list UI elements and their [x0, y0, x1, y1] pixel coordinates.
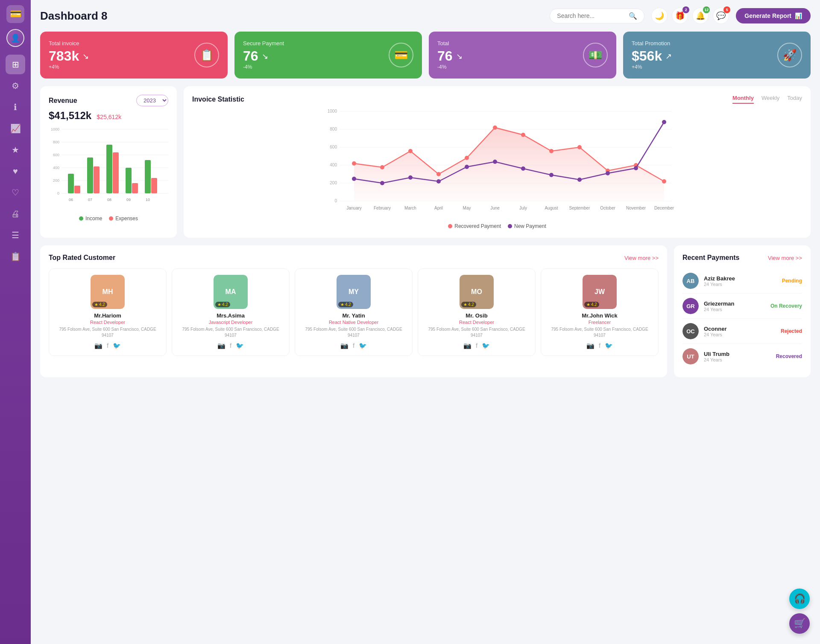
customer-rating-1: ★ 4.2 [215, 302, 230, 307]
moon-icon: 🌙 [655, 11, 664, 20]
svg-text:200: 200 [53, 178, 59, 183]
instagram-icon-0[interactable]: 📷 [94, 342, 102, 350]
svg-point-41 [380, 165, 384, 169]
instagram-icon-2[interactable]: 📷 [340, 342, 348, 350]
sidebar-avatar[interactable]: 👤 [6, 29, 24, 47]
instagram-icon-1[interactable]: 📷 [217, 342, 226, 350]
search-bar[interactable]: 🔍 [550, 9, 644, 23]
sidebar-item-settings[interactable]: ⚙ [6, 76, 25, 96]
sidebar-item-list[interactable]: ☰ [6, 225, 25, 245]
chat-button[interactable]: 💬 5 [713, 8, 729, 24]
sidebar-item-info[interactable]: ℹ [6, 97, 25, 117]
stat-label-total-promotion: Total Promotion [632, 40, 672, 47]
notification-button[interactable]: 🔔 12 [692, 8, 709, 24]
sidebar-item-heart2[interactable]: ♡ [6, 183, 25, 202]
svg-point-46 [521, 133, 525, 137]
svg-text:1000: 1000 [328, 109, 337, 114]
search-icon: 🔍 [629, 12, 637, 20]
facebook-icon-1[interactable]: f [230, 342, 231, 350]
invoice-legend: Recovered Payment New Payment [192, 223, 802, 229]
revenue-chart-card: Revenue 2023 2022 2021 $41,512k $25,612k [40, 86, 177, 238]
svg-text:600: 600 [53, 153, 59, 157]
stat-change-total-invoice: +4% [49, 64, 89, 70]
legend-new-payment: New Payment [508, 223, 546, 229]
customer-socials-0: 📷 f 🐦 [53, 342, 162, 350]
payments-title: Recent Payments [682, 254, 739, 262]
svg-point-60 [577, 178, 582, 182]
svg-point-51 [662, 179, 666, 184]
stat-value-total: 76 [437, 48, 453, 64]
legend-recovered: Recovered Payment [448, 223, 501, 229]
trend-down-icon: ↘ [82, 52, 89, 61]
facebook-icon-3[interactable]: f [476, 342, 477, 350]
revenue-amount: $41,512k [49, 110, 91, 121]
customer-address-1: 795 Folsom Ave, Suite 600 San Francisco,… [176, 326, 285, 338]
twitter-icon-0[interactable]: 🐦 [113, 342, 121, 350]
svg-point-44 [465, 156, 469, 160]
twitter-icon-3[interactable]: 🐦 [482, 342, 490, 350]
customer-rating-4: ★ 4.2 [584, 302, 599, 307]
stat-icon-total-invoice: 📋 [194, 43, 219, 67]
search-input[interactable] [557, 12, 625, 19]
dark-mode-toggle[interactable]: 🌙 [651, 8, 668, 24]
twitter-icon-2[interactable]: 🐦 [359, 342, 367, 350]
sidebar-logo[interactable]: 💳 [6, 5, 24, 23]
svg-text:1000: 1000 [51, 127, 59, 131]
tab-weekly[interactable]: Weekly [761, 95, 779, 104]
customer-avatar-2: MY ★ 4.2 [337, 275, 371, 309]
facebook-icon-0[interactable]: f [107, 342, 108, 350]
svg-text:08: 08 [107, 198, 111, 202]
customer-card-0: MH ★ 4.2 Mr.Hariom React Developer 795 F… [49, 268, 167, 356]
expenses-dot [109, 216, 113, 221]
support-button[interactable]: 🎧 [789, 589, 810, 609]
sidebar-item-report[interactable]: 📋 [6, 247, 25, 266]
gift-button[interactable]: 🎁 2 [672, 8, 688, 24]
twitter-icon-4[interactable]: 🐦 [605, 342, 613, 350]
tab-monthly[interactable]: Monthly [732, 95, 754, 104]
svg-point-57 [493, 160, 497, 164]
payment-item-3: UT Uli Trumb 24 Years Recovered [682, 344, 802, 369]
svg-point-58 [521, 166, 525, 171]
svg-point-62 [634, 166, 638, 170]
svg-point-56 [465, 165, 469, 169]
svg-point-43 [436, 172, 441, 176]
header: Dashboard 8 🔍 🌙 🎁 2 🔔 12 💬 5 Generate R [40, 8, 811, 24]
sidebar-item-dashboard[interactable]: ⊞ [6, 55, 25, 74]
revenue-title: Revenue [49, 97, 77, 105]
customers-view-more[interactable]: View more >> [624, 255, 659, 261]
cart-button[interactable]: 🛒 [789, 613, 810, 634]
generate-label: Generate Report [744, 12, 791, 19]
invoice-title: Invoice Statistic [192, 96, 244, 103]
sidebar-item-print[interactable]: 🖨 [6, 204, 25, 224]
customer-name-4: Mr.John Wick [545, 312, 654, 319]
facebook-icon-4[interactable]: f [599, 342, 600, 350]
tab-today[interactable]: Today [787, 95, 802, 104]
payment-item-2: OC Oconner 24 Years Rejected [682, 319, 802, 344]
trend-down-icon-2: ↘ [262, 52, 268, 61]
svg-rect-19 [132, 183, 138, 193]
svg-point-42 [408, 149, 413, 153]
gift-badge: 2 [682, 6, 689, 13]
facebook-icon-2[interactable]: f [353, 342, 354, 350]
generate-report-button[interactable]: Generate Report 📊 [736, 8, 811, 23]
twitter-icon-1[interactable]: 🐦 [236, 342, 244, 350]
income-label: Income [85, 216, 102, 221]
recovered-dot [448, 224, 452, 228]
instagram-icon-3[interactable]: 📷 [463, 342, 472, 350]
year-select[interactable]: 2023 2022 2021 [136, 95, 168, 106]
svg-point-54 [408, 175, 413, 180]
sidebar-item-analytics[interactable]: 📈 [6, 119, 25, 138]
svg-text:March: March [404, 206, 416, 210]
expenses-label: Expenses [115, 216, 138, 221]
payment-info-0: Aziz Bakree 24 Years [704, 275, 777, 287]
svg-text:February: February [374, 206, 391, 210]
sidebar-item-heart[interactable]: ♥ [6, 161, 25, 181]
svg-rect-20 [145, 160, 151, 193]
payment-status-2: Rejected [781, 328, 802, 334]
customer-card-2: MY ★ 4.2 Mr. Yatin React Native Develope… [295, 268, 413, 356]
sidebar-item-star[interactable]: ★ [6, 140, 25, 160]
payments-view-more[interactable]: View more >> [768, 255, 802, 261]
instagram-icon-4[interactable]: 📷 [586, 342, 594, 350]
payment-status-1: On Recovery [770, 303, 802, 309]
page-title: Dashboard 8 [40, 9, 543, 23]
